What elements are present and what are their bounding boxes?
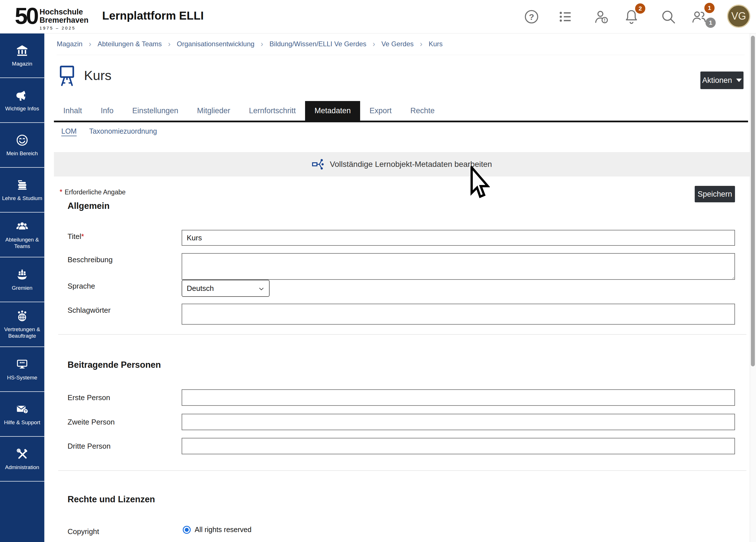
contacts-icon[interactable]	[691, 9, 707, 25]
schlagwoerter-label: Schlagwörter	[68, 306, 111, 315]
breadcrumb-link[interactable]: Ve Gerdes	[381, 40, 413, 48]
sidebar-item-lehre-studium[interactable]: Lehre & Studium	[0, 168, 44, 213]
course-flipchart-icon	[58, 64, 76, 88]
copyright-radio-row: All rights reserved	[183, 526, 251, 534]
schlagwoerter-input[interactable]	[182, 304, 735, 325]
sidebar-item-label: Magazin	[11, 60, 34, 67]
sidebar-item-hs-systeme[interactable]: *** HS-Systeme	[0, 347, 44, 392]
chevron-down-icon	[258, 285, 264, 291]
contacts-badge-requests: 1	[705, 18, 716, 28]
breadcrumb-separator: ›	[373, 40, 375, 49]
svg-text:?: ?	[529, 12, 534, 22]
beschreibung-textarea[interactable]	[182, 253, 735, 280]
actions-button[interactable]: Aktionen	[700, 72, 744, 89]
zweite-person-input[interactable]	[182, 414, 735, 430]
tab-rechte[interactable]: Rechte	[401, 101, 444, 121]
people-group-icon	[16, 220, 29, 233]
section-heading-rechte: Rechte und Lizenzen	[68, 494, 155, 505]
books-icon	[16, 178, 29, 192]
copyright-radio-selected[interactable]	[183, 526, 191, 534]
breadcrumb-separator: ›	[261, 40, 263, 49]
user-avatar[interactable]: VG	[727, 5, 750, 28]
monitor-icon: ***	[16, 358, 29, 371]
sidebar-item-label: Gremien	[11, 285, 34, 291]
breadcrumb-separator: ›	[168, 40, 171, 49]
bell-badge: 2	[635, 3, 645, 14]
smiley-icon	[16, 134, 29, 147]
sidebar-item-wichtige-infos[interactable]: Wichtige Infos	[0, 78, 44, 123]
sprache-select[interactable]: Deutsch	[182, 280, 270, 297]
vertical-scrollbar-thumb[interactable]	[751, 36, 755, 366]
breadcrumb-link[interactable]: Magazin	[57, 40, 83, 48]
sidebar-item-magazin[interactable]: Magazin	[0, 33, 44, 78]
sidebar-item-hilfe-support[interactable]: ? Hilfe & Support	[0, 392, 44, 437]
breadcrumb-separator: ›	[89, 40, 91, 49]
sidebar-item-gremien[interactable]: Gremien	[0, 257, 44, 302]
required-hint-text: Erforderliche Angabe	[65, 188, 126, 196]
titel-input[interactable]	[182, 230, 735, 246]
subtab-lom[interactable]: LOM	[61, 127, 77, 135]
page-title: Kurs	[84, 68, 112, 83]
tab-export[interactable]: Export	[360, 101, 401, 121]
todo-list-icon[interactable]	[557, 9, 574, 25]
tab-lernfortschritt[interactable]: Lernfortschritt	[240, 101, 305, 121]
envelope-question-icon: ?	[16, 403, 29, 416]
sidebar-item-vertretungen-beauftragte[interactable]: Vertretungen & Beauftragte	[0, 302, 44, 347]
sidebar-item-mein-bereich[interactable]: Mein Bereich	[0, 123, 44, 168]
radio-dot	[185, 528, 189, 532]
sprache-selected-value: Deutsch	[187, 284, 214, 293]
breadcrumb-link[interactable]: Kurs	[429, 40, 443, 48]
breadcrumb: Magazin › Abteilungen & Teams › Organisa…	[57, 33, 745, 55]
page: { "header": { "logo_number": "50", "logo…	[0, 0, 756, 542]
erste-person-input[interactable]	[182, 389, 735, 406]
chevron-down-icon	[736, 79, 742, 82]
megaphone-icon	[16, 89, 29, 102]
sprache-label: Sprache	[68, 282, 95, 291]
sidebar-item-administration[interactable]: Administration	[0, 437, 44, 482]
section-divider	[58, 334, 746, 335]
svg-text:!: !	[604, 18, 606, 23]
people-in-hand-icon	[16, 268, 29, 281]
tab-inhalt[interactable]: Inhalt	[54, 101, 91, 121]
edit-full-metadata-banner[interactable]: Vollständige Lernobjekt-Metadaten bearbe…	[54, 152, 750, 177]
tools-icon	[16, 448, 29, 461]
sidebar-item-label: Administration	[4, 464, 41, 470]
beschreibung-label: Beschreibung	[68, 255, 113, 264]
tab-info[interactable]: Info	[91, 101, 123, 121]
copyright-option-label: All rights reserved	[195, 526, 251, 534]
required-asterisk: *	[60, 188, 62, 196]
sidebar-item-label: HS-Systeme	[6, 374, 39, 381]
titel-label: Titel*	[68, 232, 84, 241]
tab-mitglieder[interactable]: Mitglieder	[188, 101, 240, 121]
breadcrumb-link[interactable]: Bildung/Wissen/ELLI Ve Gerdes	[270, 40, 367, 48]
contacts-badge-new: 1	[704, 3, 715, 13]
breadcrumb-separator: ›	[420, 40, 423, 49]
globe-people-icon	[16, 310, 29, 323]
vertical-scrollbar-track[interactable]	[750, 33, 756, 542]
sidebar-item-label: Mein Bereich	[5, 150, 39, 157]
logo-text: Hochschule Bremerhaven 1975 – 2025	[39, 8, 89, 30]
breadcrumb-link[interactable]: Organisationsentwicklung	[177, 40, 254, 48]
metadata-nodes-icon	[312, 158, 325, 171]
dritte-person-input[interactable]	[182, 438, 735, 454]
tab-metadaten[interactable]: Metadaten	[305, 101, 360, 121]
svg-text:***: ***	[20, 361, 25, 365]
sidebar-item-abteilungen-teams[interactable]: Abteilungen & Teams	[0, 213, 44, 257]
app-title: Lernplattform ELLI	[102, 9, 204, 22]
titel-required-asterisk: *	[81, 232, 84, 240]
logo-name-line2: Bremerhaven	[39, 16, 89, 24]
breadcrumb-link[interactable]: Abteilungen & Teams	[98, 40, 162, 48]
search-icon[interactable]	[660, 9, 677, 25]
subtab-taxonomiezuordnung[interactable]: Taxonomiezuordnung	[89, 127, 157, 135]
edit-full-metadata-label: Vollständige Lernobjekt-Metadaten bearbe…	[330, 160, 492, 169]
sidebar-item-label: Vertretungen & Beauftragte	[0, 326, 44, 339]
save-button[interactable]: Speichern	[695, 186, 735, 202]
help-icon[interactable]: ?	[523, 9, 540, 25]
erste-person-label: Erste Person	[68, 393, 110, 402]
user-session-alert-icon[interactable]: !	[593, 9, 610, 25]
logo-name-line1: Hochschule	[39, 8, 89, 16]
tab-einstellungen[interactable]: Einstellungen	[123, 101, 188, 121]
zweite-person-label: Zweite Person	[68, 418, 115, 427]
titel-label-text: Titel	[68, 232, 81, 241]
logo-years: 1975 – 2025	[39, 26, 89, 30]
